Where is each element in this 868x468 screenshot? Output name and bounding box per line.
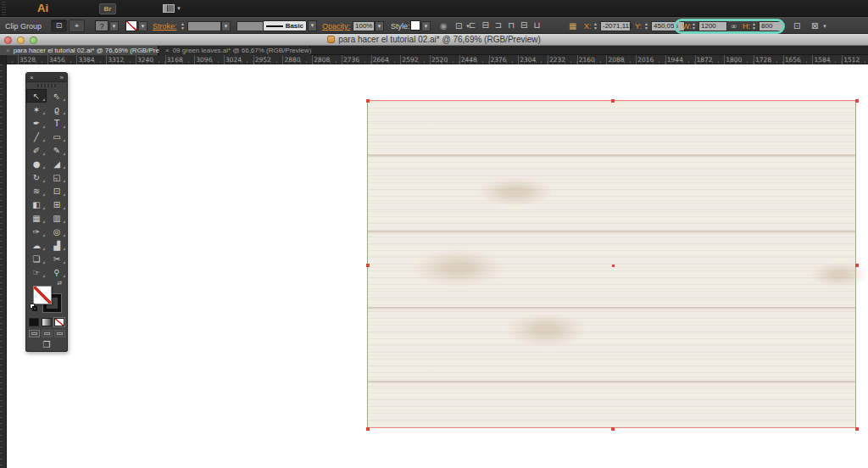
gradient-button[interactable] [42,318,52,326]
blend-tool[interactable]: ◎ [47,225,67,238]
swap-fill-stroke-icon[interactable]: ⇄ [57,280,62,287]
h-stepper[interactable]: ▲▼ [750,20,758,31]
artboard-tool[interactable]: ❏ [26,252,47,265]
lasso-tool[interactable]: ϱ [47,103,67,116]
pencil-tool[interactable]: ✎ [47,143,67,157]
eraser-tool[interactable]: ◢ [47,157,67,170]
mesh-tool[interactable]: ▦ [26,211,47,225]
close-icon[interactable]: × [30,74,34,81]
line-segment-tool[interactable]: ╱ [26,130,47,143]
free-transform-tool[interactable]: ⊡ [47,184,67,198]
stroke-weight-field[interactable] [187,21,221,31]
w-stepper[interactable]: ▲▼ [690,20,698,31]
eyedropper-tool[interactable]: ✑ [26,225,47,238]
tab-close-icon[interactable]: × [165,47,170,54]
type-tool[interactable]: T [47,116,67,130]
stroke-link[interactable]: Stroke: [153,22,177,31]
slice-tool[interactable]: ✂ [47,252,67,265]
draw-behind-button[interactable] [42,330,53,337]
direct-selection-tool[interactable]: ⇖ [47,89,67,103]
selection-anchor[interactable] [855,427,859,431]
w-field[interactable]: 1200 px [698,21,727,31]
blob-brush-tool[interactable]: ● [26,157,47,170]
align-left-icon[interactable]: ⊏ [469,20,476,30]
draw-inside-button[interactable] [54,330,65,337]
selection-anchor[interactable] [611,427,615,431]
document-tab-1[interactable]: ×para hacer el tutorial 02.ai* @ 76,69% … [0,46,159,55]
align-hcenter-icon[interactable]: ⊟ [481,20,488,30]
x-stepper[interactable]: ▲▼ [592,20,599,31]
brush-dropdown[interactable]: ▼ [308,20,317,31]
free-transform-tool-icon: ⊡ [53,187,60,196]
y-stepper[interactable]: ▲▼ [643,20,650,31]
edit-clipping-path-button[interactable]: ⊡ [51,20,67,32]
opacity-link[interactable]: Opacity: [322,22,350,31]
edit-contents-button[interactable]: ⌖ [69,20,85,32]
distort-icon[interactable]: ⊠ [811,21,818,31]
bridge-button[interactable]: Br [99,3,116,14]
select-similar-icon[interactable]: ⊡ [455,21,462,31]
default-fill-stroke-icon[interactable] [30,304,37,311]
collapse-panel-icon[interactable]: » [60,74,64,81]
y-field[interactable]: 450,056 px [651,21,685,31]
scale-tool[interactable]: ◱ [47,170,67,184]
draw-normal-button[interactable] [29,330,40,337]
column-graph-tool[interactable]: ▟ [47,238,67,252]
tools-panel-grip[interactable] [26,82,67,89]
distort-dropdown[interactable]: ▼ [822,24,827,29]
stroke-color-dropdown[interactable]: ▼ [138,21,147,31]
none-button[interactable] [54,318,64,326]
selection-anchor[interactable] [366,264,370,267]
perspective-grid-tool[interactable]: ⊞ [47,198,67,211]
selection-center-point[interactable] [612,265,615,267]
stroke-weight-stepper[interactable]: ▲▼ [179,20,186,31]
selection-tool[interactable]: ↖ [26,89,47,103]
align-right-icon[interactable]: ⊐ [495,20,502,30]
selection-anchor[interactable] [855,99,859,103]
shape-builder-tool[interactable]: ◧ [26,198,47,211]
color-button[interactable] [29,318,39,326]
fill-indicator-none[interactable] [33,286,52,304]
selection-anchor[interactable] [366,427,370,431]
distribute-grid-icon[interactable]: ▦ [569,21,576,31]
pen-tool[interactable]: ✒ [26,116,47,130]
symbol-sprayer-tool[interactable]: ☁ [26,238,47,252]
brush-definition-field[interactable]: Basic [263,20,307,31]
gradient-tool[interactable]: ▥ [47,211,67,225]
tools-panel-header[interactable]: × » [26,73,67,82]
stroke-color-swatch[interactable] [125,20,137,31]
constrain-proportions-icon[interactable]: ∞ [731,21,737,31]
width-tool[interactable]: ≋ [26,184,47,198]
zoom-tool[interactable]: ⚲ [47,265,67,279]
opacity-field[interactable]: 100% [353,21,375,31]
transform-panel-icon[interactable]: ⊡ [793,21,800,31]
slice-tool-icon: ✂ [53,254,60,264]
align-vcenter-icon[interactable]: ⊟ [520,20,527,30]
document-setup-icon[interactable]: ◉ [440,21,448,31]
stroke-weight-dropdown[interactable]: ▼ [221,21,231,31]
placed-wood-texture-image[interactable] [367,100,856,428]
opacity-dropdown[interactable]: ▼ [375,21,384,31]
arrange-documents-button[interactable]: ▼ [163,3,185,14]
tab-close-icon[interactable]: × [6,47,10,54]
paintbrush-tool[interactable]: ✐ [26,143,47,157]
x-field[interactable]: -2071,113 [600,21,631,31]
screen-mode-button[interactable]: ❐ [26,338,67,350]
fill-dropdown[interactable]: ▼ [109,21,119,31]
style-swatch[interactable] [410,20,420,31]
h-field[interactable]: 800 px [759,21,784,31]
selection-anchor[interactable] [855,264,859,267]
align-top-icon[interactable]: ⊓ [508,20,515,30]
align-bottom-icon[interactable]: ⊔ [533,20,540,30]
document-tab-2[interactable]: ×09 green leaves.ai* @ 66,67% (RGB/Previ… [159,46,310,55]
rotate-tool[interactable]: ↻ [26,170,47,184]
window-title-bar[interactable]: para hacer el tutorial 02.ai* @ 76,69% (… [0,34,868,46]
hand-tool[interactable]: ☞ [26,265,47,279]
selection-anchor[interactable] [611,99,615,103]
fill-color-swatch[interactable]: ? [95,20,108,31]
magic-wand-tool[interactable]: ✶ [26,103,47,116]
rectangle-tool[interactable]: ▭ [47,130,67,143]
selection-anchor[interactable] [366,99,370,103]
flyout-indicator [42,153,45,155]
style-dropdown[interactable]: ▼ [421,21,431,31]
